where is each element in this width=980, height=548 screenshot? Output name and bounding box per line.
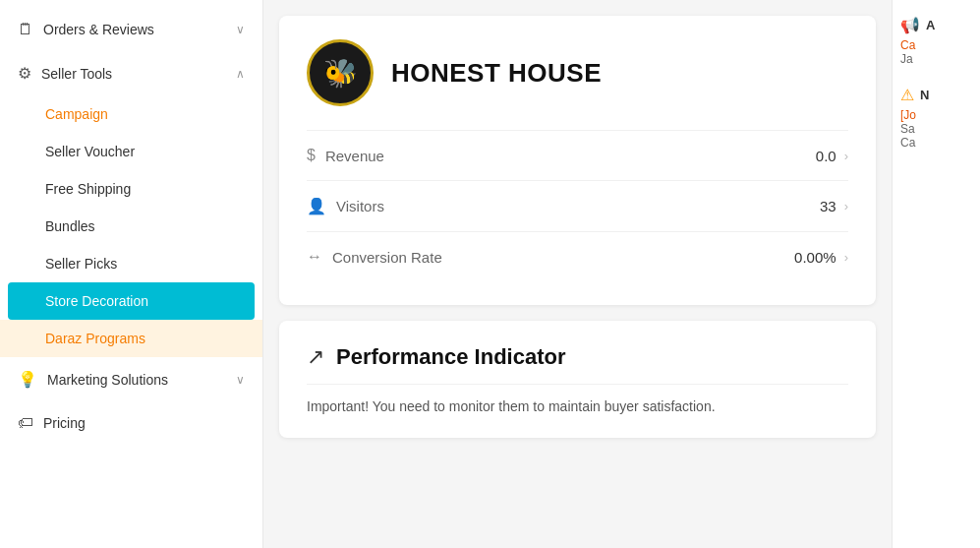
sidebar-label-pricing: Pricing (43, 415, 86, 431)
chevron-up-icon: ∧ (236, 67, 245, 81)
notif-announcement-sub2: Ja (900, 52, 972, 66)
performance-title: Performance Indicator (336, 344, 566, 370)
performance-description: Important! You need to monitor them to m… (307, 398, 848, 414)
seller-tools-icon: ⚙ (18, 64, 31, 83)
megaphone-icon: 📢 (900, 16, 920, 34)
revenue-value: 0.0 (816, 148, 836, 164)
notif-warning-sub3: Ca (900, 136, 972, 150)
metric-row-revenue[interactable]: $ Revenue 0.0 › (307, 130, 848, 180)
marketing-icon: 💡 (18, 370, 37, 389)
sidebar-label-seller-tools: Seller Tools (41, 66, 112, 82)
store-card: 🐝 HONEST HOUSE $ Revenue 0.0 › 👤 Visitor… (279, 16, 876, 305)
right-panel: 📢 A Ca Ja ⚠ N [Jo Sa Ca (892, 0, 980, 548)
sidebar-item-bundles[interactable]: Bundles (0, 208, 262, 245)
notification-announcement[interactable]: 📢 A Ca Ja (900, 16, 972, 66)
sidebar-item-orders-reviews[interactable]: 🗒 Orders & Reviews ∨ (0, 8, 262, 51)
conversion-chevron-icon: › (844, 250, 848, 265)
notif-warning-sub2: Sa (900, 122, 972, 136)
sidebar: 🗒 Orders & Reviews ∨ ⚙ Seller Tools ∧ Ca… (0, 0, 263, 548)
sidebar-item-free-shipping[interactable]: Free Shipping (0, 170, 262, 208)
performance-divider (307, 384, 848, 385)
metric-row-visitors[interactable]: 👤 Visitors 33 › (307, 180, 848, 231)
store-name: HONEST HOUSE (391, 58, 602, 89)
sidebar-item-seller-voucher[interactable]: Seller Voucher (0, 133, 262, 170)
notif-warning-title: N (920, 88, 929, 102)
store-logo: 🐝 (307, 39, 374, 106)
visitors-value: 33 (820, 198, 836, 214)
conversion-label: Conversion Rate (332, 249, 442, 266)
sidebar-item-store-decoration[interactable]: Store Decoration (8, 282, 255, 320)
visitors-label: Visitors (336, 198, 384, 214)
visitors-chevron-icon: › (844, 199, 848, 213)
main-content: 🐝 HONEST HOUSE $ Revenue 0.0 › 👤 Visitor… (263, 0, 892, 548)
orders-icon: 🗒 (18, 21, 33, 38)
sidebar-item-seller-picks[interactable]: Seller Picks (0, 245, 262, 282)
notification-warning[interactable]: ⚠ N [Jo Sa Ca (900, 86, 972, 150)
pricing-icon: 🏷 (18, 414, 33, 432)
sidebar-item-pricing[interactable]: 🏷 Pricing (0, 401, 262, 445)
notif-announcement-title: A (926, 18, 935, 32)
sidebar-item-marketing-solutions[interactable]: 💡 Marketing Solutions ∨ (0, 357, 262, 401)
notif-warning-sub1: [Jo (900, 108, 972, 122)
performance-chart-icon: ↗ (307, 344, 324, 370)
revenue-chevron-icon: › (844, 149, 848, 163)
chevron-down-icon: ∨ (236, 23, 245, 36)
store-logo-emoji: 🐝 (323, 57, 358, 90)
store-header: 🐝 HONEST HOUSE (307, 39, 848, 106)
sidebar-item-campaign[interactable]: Campaign (0, 95, 262, 133)
conversion-icon: ↔ (307, 248, 322, 266)
notif-announcement-sub1: Ca (900, 38, 972, 52)
performance-header: ↗ Performance Indicator (307, 344, 848, 370)
revenue-icon: $ (307, 147, 316, 164)
chevron-marketing-icon: ∨ (236, 373, 245, 387)
sidebar-label-orders-reviews: Orders & Reviews (43, 22, 154, 37)
visitors-icon: 👤 (307, 197, 326, 215)
performance-card: ↗ Performance Indicator Important! You n… (279, 321, 876, 438)
metric-row-conversion[interactable]: ↔ Conversion Rate 0.00% › (307, 231, 848, 281)
sidebar-item-seller-tools[interactable]: ⚙ Seller Tools ∧ (0, 51, 262, 95)
warning-icon: ⚠ (900, 86, 914, 104)
revenue-label: Revenue (325, 148, 384, 164)
sidebar-item-daraz-programs[interactable]: Daraz Programs (0, 320, 262, 357)
sidebar-label-marketing: Marketing Solutions (47, 372, 168, 388)
conversion-value: 0.00% (794, 249, 836, 266)
